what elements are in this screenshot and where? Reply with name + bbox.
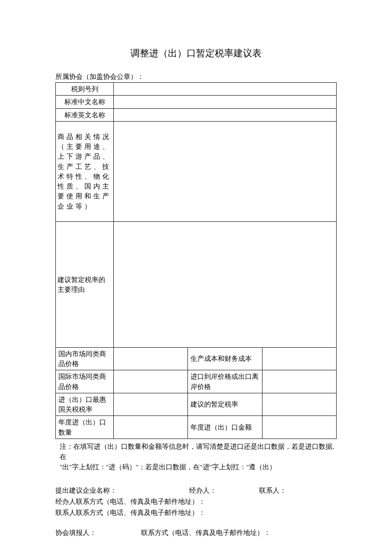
row-intl-price-value[interactable] (114, 370, 188, 393)
assoc-reporter-label: 协会填报人： (55, 527, 96, 538)
row-annual-qty-value[interactable] (114, 416, 188, 439)
association-label: 所属协会（加盖协会公章）： (55, 73, 337, 81)
handler-contact-label: 经办人联系方式（电话、传真及电子邮件地址）： (55, 496, 337, 507)
row-reason-value[interactable] (114, 221, 337, 347)
contact-contact-label: 联系人联系方式（电话、传真及电子邮件地址）： (55, 507, 337, 518)
row-mfn-rate-label: 进（出）口最惠国关税税率 (56, 393, 114, 416)
row-production-cost-label: 生产成本和财务成本 (188, 347, 262, 370)
row-reason-label: 建议暂定税率的主要理由 (56, 221, 114, 347)
row-mfn-rate-value[interactable] (114, 393, 188, 416)
row-name-en-label: 标准英文名称 (56, 108, 114, 121)
row-intl-price-label: 国际市场同类商品价格 (56, 370, 114, 393)
row-name-en-value[interactable] (114, 108, 337, 121)
row-production-cost-value[interactable] (262, 347, 336, 370)
row-name-cn-value[interactable] (114, 96, 337, 108)
row-domestic-price-label: 国内市场同类商品价格 (56, 347, 114, 370)
row-tax-code-label: 税则号列 (56, 83, 114, 96)
row-annual-amount-label: 年度进（出）口金额 (188, 416, 262, 439)
row-product-info-label: 商品相关情况（主要用途、上下游产品、生产工艺、技术特性、物化性质、国内主要使用和… (56, 121, 114, 221)
row-product-info-value[interactable] (114, 121, 337, 221)
row-suggested-rate-value[interactable] (262, 393, 336, 416)
row-import-export-price-label: 进口到岸价格或出口离岸价格 (188, 370, 262, 393)
assoc-contact-label: 联系方式（电话、传真及电子邮件地址）： (141, 527, 271, 538)
row-annual-qty-label: 年度进（出）口数量 (56, 416, 114, 439)
company-label: 提出建议企业名称： (55, 485, 117, 496)
note-text: 注：在填写进（出）口数量和金额等信息时，请写清楚是进口还是出口数据，若是进口数据… (60, 442, 337, 472)
contact-label: 联系人： (259, 485, 286, 496)
row-import-export-price-value[interactable] (262, 370, 336, 393)
footer-info: 提出建议企业名称： 经办人： 联系人： 经办人联系方式（电话、传真及电子邮件地址… (55, 485, 337, 538)
row-suggested-rate-label: 建议的暂定税率 (188, 393, 262, 416)
row-domestic-price-value[interactable] (114, 347, 188, 370)
handler-label: 经办人： (189, 485, 216, 496)
row-name-cn-label: 标准中文名称 (56, 96, 114, 108)
row-annual-amount-value[interactable] (262, 416, 336, 439)
page-title: 调整进（出）口暂定税率建议表 (55, 47, 337, 60)
row-tax-code-value[interactable] (114, 83, 337, 96)
suggestion-form-table: 税则号列 标准中文名称 标准英文名称 商品相关情况（主要用途、上下游产品、生产工… (55, 82, 337, 439)
